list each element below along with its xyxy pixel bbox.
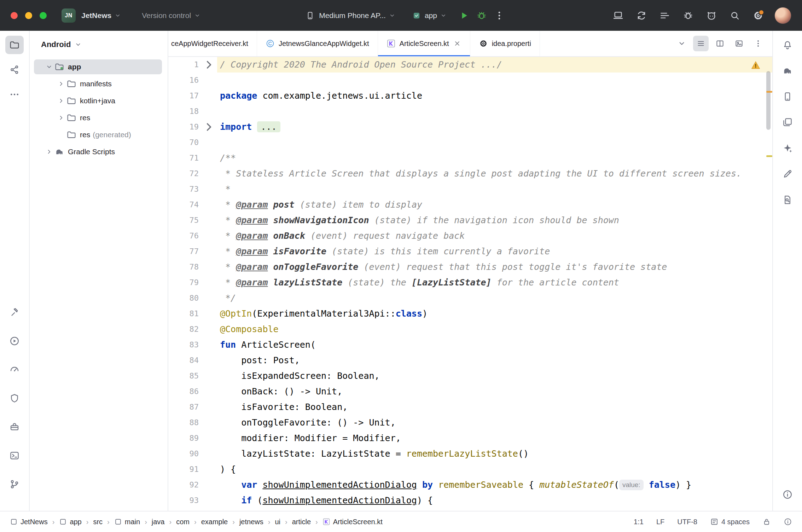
code-text[interactable]: * [217, 181, 772, 197]
editor-list-view-button[interactable] [693, 36, 709, 51]
close-window-button[interactable] [11, 12, 18, 19]
breadcrumb-item-jetnews[interactable]: JetNews [10, 518, 48, 526]
profiler-tool-button[interactable] [5, 360, 24, 379]
weak-warning-stripe-mark[interactable] [766, 155, 772, 157]
code-text[interactable] [217, 104, 772, 119]
code-text[interactable]: * @param post (state) item to display [217, 197, 772, 213]
settings-button[interactable] [751, 8, 765, 23]
tree-item-gradle-scripts[interactable]: Gradle Scripts [30, 143, 168, 160]
code-text[interactable]: * @param showNavigationIcon (state) if t… [217, 213, 772, 228]
minimize-window-button[interactable] [25, 12, 32, 19]
find-tool-button[interactable] [778, 191, 797, 209]
tree-item-res[interactable]: res [30, 109, 168, 126]
code-text[interactable]: @Composable [217, 322, 772, 337]
code-text[interactable]: modifier: Modifier = Modifier, [217, 430, 772, 446]
warning-stripe-mark[interactable] [766, 91, 772, 93]
code-text[interactable] [217, 73, 772, 88]
breadcrumb-item-jetnews[interactable]: jetnews [239, 518, 263, 526]
breadcrumb-item-main[interactable]: main [114, 518, 140, 526]
device-explorer-tool-button[interactable] [5, 418, 24, 436]
build-analyzer-button[interactable] [681, 8, 695, 23]
tab-idea-properti[interactable]: idea.properti [470, 31, 540, 56]
breadcrumb-item-article[interactable]: article [292, 518, 311, 526]
tab-list-chevron-button[interactable] [674, 36, 690, 51]
split-editor-button[interactable] [712, 36, 728, 51]
commit-tool-button[interactable] [5, 60, 24, 79]
version-control-tool-button[interactable] [5, 475, 24, 493]
fold-arrow-icon[interactable] [201, 57, 217, 73]
gemini-tool-button[interactable] [778, 139, 797, 157]
code-text[interactable]: package com.example.jetnews.ui.article [217, 88, 772, 104]
breadcrumb-item-src[interactable]: src [93, 518, 103, 526]
code-area[interactable]: 1 / Copyright 2020 The Android Open Sour… [168, 57, 772, 508]
vcs-menu[interactable]: Version control [142, 11, 201, 20]
code-text[interactable]: * @param isFavorite (state) is this item… [217, 244, 772, 259]
code-text[interactable]: ) { [217, 462, 772, 477]
code-text[interactable]: lazyListState: LazyListState = rememberL… [217, 446, 772, 462]
code-text[interactable]: * @param onToggleFavorite (event) reques… [217, 259, 772, 275]
code-text[interactable]: /** [217, 150, 772, 166]
fold-arrow-icon[interactable] [201, 119, 217, 135]
debug-button[interactable] [475, 8, 489, 23]
code-text[interactable]: isExpandedScreen: Boolean, [217, 368, 772, 384]
compose-tool-button[interactable] [778, 165, 797, 183]
code-text[interactable]: isFavorite: Boolean, [217, 399, 772, 415]
breadcrumb-item-example[interactable]: example [201, 518, 228, 526]
code-text[interactable]: if (showUnimplementedActionDialog) { [217, 493, 772, 508]
breadcrumb-item-app[interactable]: app [59, 518, 81, 526]
tree-item-manifests[interactable]: manifests [30, 75, 168, 92]
breadcrumb-item-java[interactable]: java [152, 518, 165, 526]
code-text[interactable]: var showUnimplementedActionDialog by rem… [217, 477, 772, 493]
terminal-tool-button[interactable] [5, 446, 24, 465]
search-button[interactable] [728, 8, 742, 23]
editor-scrollbar[interactable] [766, 71, 771, 130]
inspections-warning-icon[interactable] [750, 60, 761, 70]
breadcrumb-item-com[interactable]: com [176, 518, 190, 526]
breadcrumb-item-ui[interactable]: ui [275, 518, 280, 526]
maximize-window-button[interactable] [40, 12, 47, 19]
gradle-tool-button[interactable] [778, 62, 797, 80]
code-text[interactable]: onToggleFavorite: () -> Unit, [217, 415, 772, 430]
editor-options-button[interactable] [750, 36, 766, 51]
caret-position[interactable]: 1:1 [634, 518, 644, 526]
build-tool-button[interactable] [5, 303, 24, 322]
tree-item-app[interactable]: app [30, 58, 168, 75]
code-text[interactable]: post: Post, [217, 353, 772, 368]
project-folder-tool-button[interactable] [5, 36, 24, 54]
chevron-down-icon[interactable] [44, 63, 54, 71]
notifications-tool-button[interactable] [778, 36, 797, 54]
code-text[interactable]: @OptIn(ExperimentalMaterial3Api::class) [217, 306, 772, 322]
run-config-selector[interactable]: app [425, 11, 447, 20]
sync-button[interactable] [634, 8, 649, 23]
problems-tool-button[interactable] [778, 485, 797, 504]
chevron-right-icon[interactable] [56, 80, 66, 88]
run-tool-button[interactable] [5, 332, 24, 350]
todo-button[interactable] [658, 8, 672, 23]
code-text[interactable]: / Copyright 2020 The Android Open Source… [217, 57, 772, 73]
chevron-right-icon[interactable] [56, 114, 66, 122]
project-view-selector[interactable]: Android [30, 31, 168, 58]
code-text[interactable]: * @param onBack (event) request navigate… [217, 228, 772, 244]
code-text[interactable]: fun ArticleScreen( [217, 337, 772, 353]
chevron-right-icon[interactable] [56, 97, 66, 105]
tab-articlescreen-kt[interactable]: ArticleScreen.kt [378, 31, 470, 56]
more-tools-tool-button[interactable] [5, 85, 24, 104]
problems-indicator[interactable] [784, 517, 792, 526]
code-text[interactable]: onBack: () -> Unit, [217, 384, 772, 399]
file-encoding[interactable]: UTF-8 [677, 518, 697, 526]
chevron-right-icon[interactable] [44, 148, 54, 156]
code-text[interactable] [217, 135, 772, 150]
indent-style[interactable]: 4 spaces [710, 517, 750, 526]
code-text[interactable]: * @param lazyListState (state) the [Lazy… [217, 275, 772, 290]
project-menu[interactable]: JetNews [81, 11, 121, 20]
device-manager-tool-button[interactable] [778, 87, 797, 106]
preview-button[interactable] [731, 36, 747, 51]
line-separator[interactable]: LF [656, 518, 664, 526]
device-selector[interactable]: Medium Phone AP... [319, 11, 396, 20]
run-button[interactable] [457, 8, 471, 23]
tab-jetnewsglanceappwidget-kt[interactable]: JetnewsGlanceAppWidget.kt [257, 31, 378, 56]
running-devices-button[interactable] [611, 8, 625, 23]
close-tab-icon[interactable] [453, 39, 461, 48]
tree-item-kotlin-java[interactable]: kotlin+java [30, 92, 168, 109]
file-lock-toggle[interactable] [762, 517, 771, 526]
